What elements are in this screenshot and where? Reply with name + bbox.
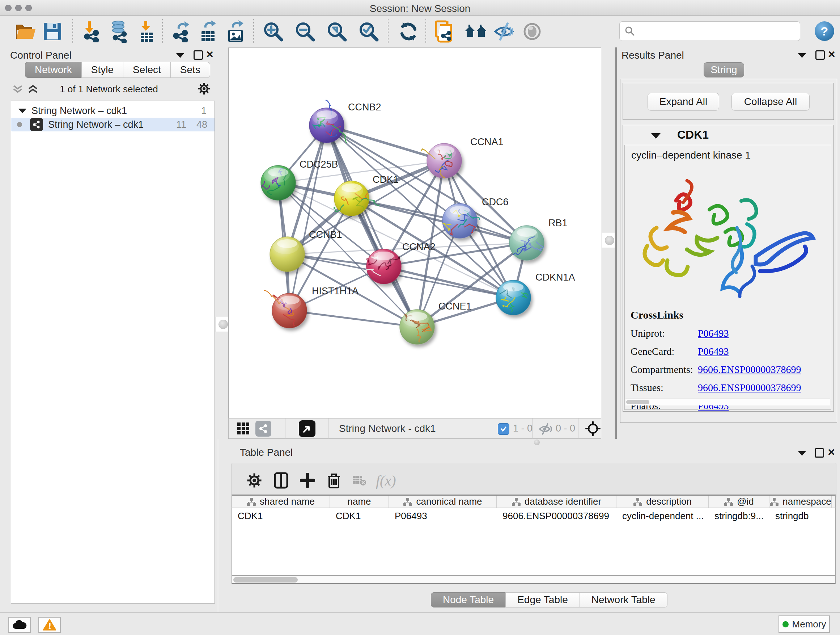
table-cell[interactable]: cyclin-dependent ... <box>616 510 709 522</box>
selected-checkbox[interactable] <box>498 423 509 435</box>
memory-button[interactable]: Memory <box>778 616 830 633</box>
column-header-database-identifier[interactable]: database identifier <box>497 496 616 508</box>
network-collection-row[interactable]: String Network – cdk1 1 <box>11 104 215 118</box>
tree-caret-icon[interactable] <box>19 109 27 113</box>
zoom-selected-icon[interactable] <box>357 19 381 44</box>
zoom-out-icon[interactable] <box>293 19 317 44</box>
grid-view-icon[interactable] <box>237 422 250 435</box>
column-header--id[interactable]: @id <box>709 496 769 508</box>
network-canvas[interactable]: CCNB2CCNA1CDC25BCDK1CDC6RB1CCNB1CCNA2CDK… <box>228 48 601 418</box>
warning-button[interactable] <box>38 617 61 633</box>
export-network-icon[interactable] <box>169 19 193 44</box>
zoom-fit-icon[interactable] <box>325 19 349 44</box>
node-CCNA1[interactable] <box>421 143 462 178</box>
tab-network-table[interactable]: Network Table <box>579 592 668 608</box>
results-hscrollbar-thumb[interactable] <box>626 400 649 404</box>
houses-icon[interactable] <box>464 19 488 44</box>
collapse-all-button[interactable]: Collapse All <box>731 93 810 111</box>
horizontal-splitter-handle[interactable] <box>534 440 540 445</box>
network-share-view-icon[interactable] <box>256 421 271 437</box>
tab-node-table[interactable]: Node Table <box>431 592 506 608</box>
tab-edge-table[interactable]: Edge Table <box>505 592 580 608</box>
table-cell[interactable]: P06493 <box>389 510 497 522</box>
node-CDKN1A[interactable] <box>496 280 531 315</box>
network-graph[interactable]: CCNB2CCNA1CDC25BCDK1CDC6RB1CCNB1CCNA2CDK… <box>229 48 601 418</box>
table-hscrollbar[interactable] <box>232 576 836 584</box>
panel-close-icon[interactable]: × <box>828 448 835 455</box>
crosslink-link[interactable]: 9606.ENSP00000378699 <box>698 382 801 394</box>
expand-all-button[interactable]: Expand All <box>647 93 719 111</box>
search-field[interactable] <box>619 21 800 41</box>
table-cell[interactable]: CDK1 <box>232 510 330 522</box>
open-session-icon[interactable] <box>14 19 38 44</box>
application-window: Session: New Session <box>0 0 840 635</box>
search-input[interactable] <box>638 25 792 37</box>
column-type-icon <box>512 497 521 506</box>
crosslink-link[interactable]: 9606.ENSP00000378699 <box>698 364 801 375</box>
help-button[interactable]: ? <box>815 21 834 41</box>
panel-collapse-icon[interactable] <box>798 53 806 58</box>
table-cell[interactable]: 9606.ENSP00000378699 <box>497 510 616 522</box>
birdseye-view-icon[interactable] <box>299 420 316 437</box>
cloud-button[interactable] <box>8 617 31 633</box>
panel-float-icon[interactable] <box>815 50 825 60</box>
left-splitter[interactable] <box>218 48 228 439</box>
node-CDC6[interactable] <box>442 203 480 238</box>
node-RB1[interactable] <box>509 226 544 260</box>
export-table-icon[interactable] <box>196 19 220 44</box>
edge-CCNB2-HIST1H1A[interactable] <box>289 125 327 310</box>
export-image-icon[interactable] <box>224 19 248 44</box>
edge-CCNB2-CCNE1[interactable] <box>327 125 417 327</box>
gene-collapse-caret[interactable] <box>651 133 660 139</box>
column-header-canonical-name[interactable]: canonical name <box>389 496 497 508</box>
table-gear-icon[interactable] <box>246 472 262 488</box>
panel-collapse-icon[interactable] <box>176 53 184 58</box>
crosslink-link[interactable]: P06493 <box>698 328 729 339</box>
column-header-shared-name[interactable]: shared name <box>232 496 330 508</box>
table-cell[interactable]: stringdb <box>769 510 832 522</box>
eye-icon[interactable] <box>520 19 544 44</box>
results-hscrollbar[interactable] <box>625 399 830 405</box>
node-CCNA2[interactable] <box>366 249 401 284</box>
table-cell[interactable]: CDK1 <box>330 510 389 522</box>
panel-float-icon[interactable] <box>194 50 203 60</box>
column-header-name[interactable]: name <box>330 496 389 508</box>
panel-close-icon[interactable]: × <box>828 50 835 57</box>
node-CDC25B[interactable] <box>261 165 295 200</box>
edge-CCNB2-CCNA1[interactable] <box>327 125 444 161</box>
column-header-namespace[interactable]: namespace <box>769 496 832 508</box>
table-hscrollbar-thumb[interactable] <box>233 577 298 583</box>
network-row[interactable]: String Network – cdk1 11 48 <box>11 118 215 131</box>
save-session-icon[interactable] <box>41 19 65 44</box>
add-column-icon[interactable] <box>300 473 315 488</box>
tab-sets[interactable]: Sets <box>171 62 210 78</box>
show-columns-icon[interactable] <box>274 472 288 489</box>
panel-float-icon[interactable] <box>815 448 824 458</box>
hidden-eye-slash-icon[interactable] <box>538 423 554 435</box>
panel-close-icon[interactable]: × <box>206 50 213 57</box>
import-network-file-icon[interactable] <box>80 19 103 44</box>
import-network-database-icon[interactable] <box>107 19 131 44</box>
tab-style[interactable]: Style <box>81 62 123 78</box>
node-CCNB1[interactable] <box>270 237 305 272</box>
panel-collapse-icon[interactable] <box>798 451 806 456</box>
import-table-icon[interactable] <box>134 19 158 44</box>
tab-string[interactable]: String <box>704 62 744 78</box>
table-cell[interactable]: stringdb:9... <box>709 510 769 522</box>
edge-HIST1H1A-CCNE1[interactable] <box>289 310 417 327</box>
tab-select[interactable]: Select <box>123 62 171 78</box>
column-header-description[interactable]: description <box>616 496 709 508</box>
eye-slash-icon[interactable] <box>492 19 516 44</box>
node-CCNE1[interactable] <box>400 310 434 344</box>
clone-network-icon[interactable] <box>433 19 456 44</box>
column-type-icon <box>403 497 412 506</box>
crosslink-link[interactable]: P06493 <box>698 346 729 357</box>
tab-network[interactable]: Network <box>25 62 82 78</box>
refresh-icon[interactable] <box>396 19 420 44</box>
fit-selection-crosshair-icon[interactable] <box>585 421 600 436</box>
table-row[interactable]: CDK1CDK1P064939606.ENSP00000378699cyclin… <box>232 508 835 524</box>
gear-icon[interactable] <box>197 82 210 95</box>
delete-column-icon[interactable] <box>327 472 341 489</box>
zoom-in-icon[interactable] <box>261 19 285 44</box>
node-HIST1H1A[interactable] <box>264 290 307 328</box>
